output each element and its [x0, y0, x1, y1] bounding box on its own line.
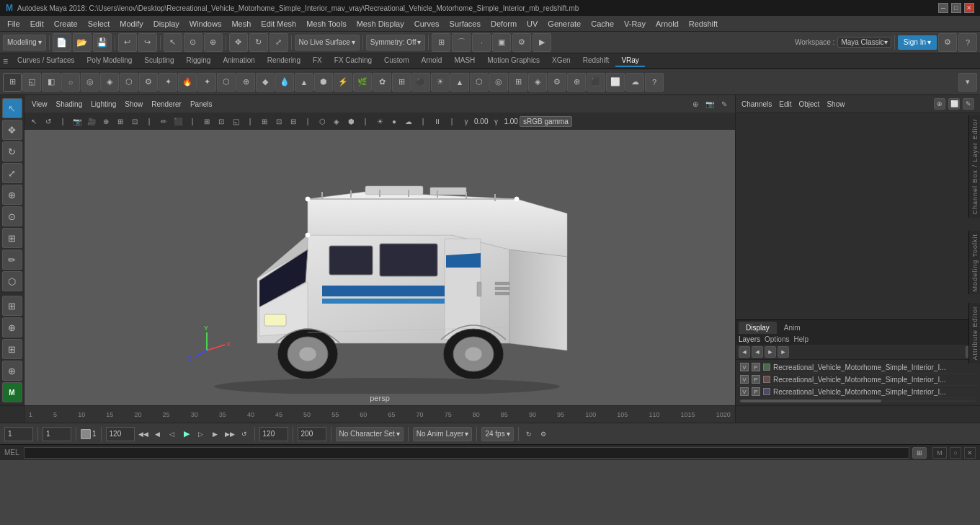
fast-forward-button[interactable]: ▶▶: [224, 428, 236, 440]
shelf-icon-10[interactable]: 🔥: [178, 73, 197, 92]
vp-pause-icon[interactable]: ⏸: [431, 115, 444, 128]
maximize-button[interactable]: □: [951, 3, 961, 13]
rotate-tool-button[interactable]: ↻: [249, 33, 268, 52]
shelf-icon-8[interactable]: ⚙: [139, 73, 158, 92]
signin-button[interactable]: Sign In ▾: [898, 35, 937, 50]
titlebar-controls[interactable]: ─ □ ✕: [938, 3, 974, 13]
viewport-icon-4[interactable]: ⊕: [2, 361, 22, 381]
shelf-icon-24[interactable]: ▲: [450, 73, 469, 92]
help-label[interactable]: Help: [793, 335, 808, 343]
vp-poly3-icon[interactable]: ⬢: [344, 115, 357, 128]
shelf-icon-27[interactable]: ⊞: [509, 73, 527, 92]
loop-button[interactable]: ↺: [239, 428, 250, 440]
tab-vray[interactable]: VRay: [615, 55, 644, 67]
shelf-icon-6[interactable]: ◈: [100, 73, 119, 92]
repeat-icon[interactable]: ↻: [523, 428, 535, 440]
vp-shading-menu[interactable]: Shading: [53, 99, 86, 110]
vp-cycle-icon[interactable]: ↺: [42, 115, 55, 128]
edit-tab[interactable]: Edit: [779, 100, 791, 108]
channel-box-icon-2[interactable]: ⬜: [948, 98, 960, 110]
shelf-icon-12[interactable]: ⬡: [217, 73, 236, 92]
taskbar-icon-3[interactable]: ✕: [964, 447, 976, 459]
channels-tab[interactable]: Channels: [741, 100, 772, 108]
menu-create[interactable]: Create: [50, 18, 82, 30]
new-scene-button[interactable]: 📄: [53, 33, 71, 52]
live-surface-dropdown[interactable]: No Live Surface ▾: [295, 35, 360, 50]
options-label[interactable]: Options: [765, 335, 789, 343]
shelf-icon-13[interactable]: ⊕: [236, 73, 255, 92]
minimize-button[interactable]: ─: [938, 3, 948, 13]
layer-end-btn[interactable]: ►: [778, 346, 789, 358]
menu-windows[interactable]: Windows: [185, 18, 226, 30]
viewport-icon-2[interactable]: ⊕: [2, 317, 22, 338]
shelf-icon-14[interactable]: ◆: [256, 73, 275, 92]
paint-button[interactable]: ✏: [2, 250, 22, 270]
menu-uv[interactable]: UV: [522, 18, 542, 30]
shelf-icon-33[interactable]: ☁: [625, 73, 644, 92]
layer-p-2[interactable]: P: [752, 375, 760, 384]
vp-camera3-icon[interactable]: ⊕: [99, 115, 112, 128]
attr-paint-button[interactable]: ⬡: [2, 271, 22, 291]
mel-expand-btn[interactable]: ⊞: [912, 447, 927, 459]
tabs-toggle-button[interactable]: ≡: [3, 56, 8, 66]
menu-file[interactable]: File: [3, 18, 24, 30]
frame-slider-thumb[interactable]: [81, 429, 91, 439]
scale-tool-button[interactable]: ⤢: [270, 33, 288, 52]
undo-button[interactable]: ↩: [118, 33, 137, 52]
vp-gamma-icon[interactable]: γ: [460, 115, 473, 128]
marquee-button[interactable]: ⊞: [2, 228, 22, 248]
snap-view-button[interactable]: ▣: [492, 33, 511, 52]
shelf-icon-15[interactable]: 💧: [275, 73, 294, 92]
rewind-button[interactable]: ◀◀: [138, 428, 149, 440]
shelf-icon-1[interactable]: ⊞: [3, 73, 22, 92]
shelf-icon-21[interactable]: ⊞: [392, 73, 411, 92]
layers-scrollbar-thumb[interactable]: [740, 400, 881, 402]
shelf-icon-7[interactable]: ⬡: [120, 73, 138, 92]
vp-frame3-icon[interactable]: ⊟: [287, 115, 300, 128]
vp-frame2-icon[interactable]: ⊡: [272, 115, 285, 128]
vp-renderer-menu[interactable]: Renderer: [148, 99, 184, 110]
layer-v-3[interactable]: V: [740, 387, 749, 396]
settings-button[interactable]: ⚙: [938, 33, 957, 52]
shelf-icon-30[interactable]: ⊕: [567, 73, 586, 92]
vp-frame1-icon[interactable]: ⊞: [258, 115, 271, 128]
open-scene-button[interactable]: 📂: [73, 33, 92, 52]
layer-v-1[interactable]: V: [740, 363, 749, 371]
next-frame-button[interactable]: ▶: [210, 428, 221, 440]
vp-select-icon[interactable]: ↖: [27, 115, 40, 128]
display-tab[interactable]: Display: [739, 322, 777, 334]
vp-lighting-menu[interactable]: Lighting: [88, 99, 119, 110]
render-button[interactable]: ▶: [533, 33, 551, 52]
tab-arnold[interactable]: Arnold: [415, 55, 447, 67]
timeline-ticks[interactable]: 1 5 10 15 20 25 30 35 40 45 50 55 60 65 …: [24, 411, 735, 418]
channel-box-icon-3[interactable]: ✎: [963, 98, 974, 110]
mel-input[interactable]: [24, 447, 909, 459]
taskbar-icon-2[interactable]: ○: [950, 447, 961, 459]
shelf-icon-18[interactable]: ⚡: [334, 73, 352, 92]
save-scene-button[interactable]: 💾: [93, 33, 112, 52]
tab-custom[interactable]: Custom: [378, 55, 414, 67]
frame-start-input[interactable]: [4, 427, 33, 441]
shelf-icon-20[interactable]: ✿: [373, 73, 391, 92]
vp-panels-menu[interactable]: Panels: [187, 99, 215, 110]
viewport[interactable]: View Shading Lighting Show Renderer Pane…: [24, 95, 735, 405]
viewport-3d[interactable]: X Y Z persp: [24, 130, 735, 405]
shelf-icon-29[interactable]: ⚙: [548, 73, 566, 92]
viewport-icon-3[interactable]: ⊞: [2, 339, 22, 359]
vp-icon-camera[interactable]: 📷: [703, 97, 716, 110]
menu-select[interactable]: Select: [84, 18, 115, 30]
menu-edit[interactable]: Edit: [26, 18, 48, 30]
layer-forward-btn[interactable]: ►: [765, 346, 776, 358]
layer-name-1[interactable]: Recreational_Vehicle_Motorhome_Simple_In…: [773, 363, 976, 371]
vp-show-menu[interactable]: Show: [122, 99, 146, 110]
layer-back-btn[interactable]: ◄: [752, 346, 763, 358]
select-mode-button[interactable]: ↖: [2, 98, 22, 118]
vp-poly1-icon[interactable]: ⬡: [316, 115, 329, 128]
tab-sculpting[interactable]: Sculpting: [138, 55, 179, 67]
prev-frame-button[interactable]: ◀: [152, 428, 164, 440]
next-key-button[interactable]: ▷: [195, 428, 207, 440]
vp-gamma2-icon[interactable]: γ: [489, 115, 502, 128]
help-button[interactable]: ?: [958, 33, 977, 52]
menu-mesh-display[interactable]: Mesh Display: [352, 18, 409, 30]
layer-add-btn[interactable]: ◄: [739, 346, 750, 358]
